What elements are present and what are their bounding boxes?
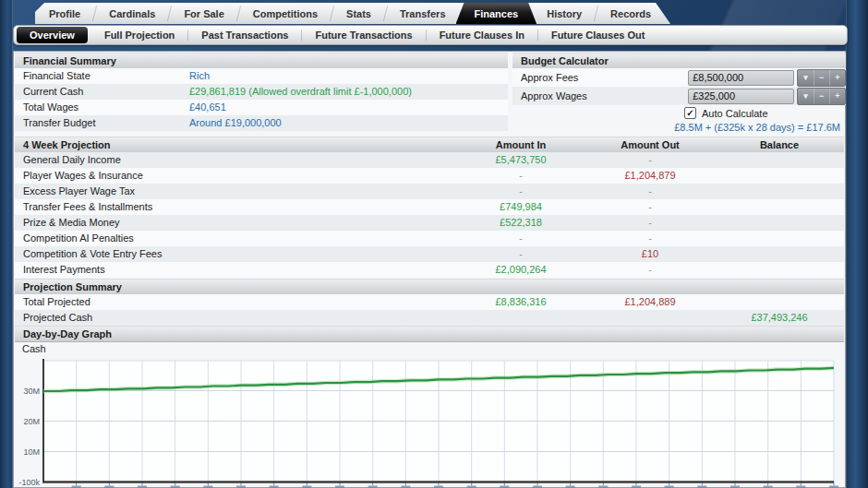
tab-finances[interactable]: Finances <box>456 3 537 24</box>
table-row[interactable]: Projected Cash £37,493,246 <box>15 310 844 326</box>
budget-formula: £8.5M + (£325k x 28 days) = £17.6M <box>512 121 840 135</box>
cell-in: £5,473,750 <box>456 152 585 168</box>
table-row[interactable]: Total Projected £8,836,316£1,204,889 <box>15 294 844 310</box>
table-row[interactable]: Transfer Fees & Installments £749,984- <box>15 199 844 215</box>
minus-icon[interactable]: − <box>814 89 829 104</box>
row-label: Total Wages <box>15 100 189 115</box>
cell-out <box>585 310 715 326</box>
cell-in: - <box>456 246 585 262</box>
dropdown-icon[interactable]: ▾ <box>798 70 813 86</box>
cell-label: Excess Player Wage Tax <box>15 184 456 199</box>
subtab-full-projection[interactable]: Full Projection <box>91 26 187 44</box>
cell-balance <box>715 231 844 246</box>
cell-label: Interest Payments <box>15 262 456 278</box>
cell-out: - <box>585 199 715 215</box>
cell-in: - <box>456 184 585 199</box>
row-value: £40,651 <box>189 100 508 115</box>
financial-summary-title: Financial Summary <box>15 54 508 68</box>
approx-fees-label: Approx Fees <box>512 72 688 83</box>
column-amount-in[interactable]: Amount In <box>456 137 585 152</box>
subtab-overview[interactable]: Overview <box>17 27 88 43</box>
cell-in: £522,318 <box>456 215 585 231</box>
plus-icon[interactable]: + <box>829 89 845 104</box>
table-row[interactable]: Prize & Media Money £522,318- <box>15 215 844 231</box>
cell-label: Prize & Media Money <box>15 215 456 231</box>
row-value: Rich <box>189 68 508 84</box>
projection-summary-header: Projection Summary <box>15 279 844 295</box>
cell-balance <box>715 294 844 310</box>
y-tick-label: 30M <box>23 387 40 396</box>
cell-out: - <box>585 262 715 278</box>
cell-balance <box>715 215 844 231</box>
cell-balance: £37,493,246 <box>715 310 844 326</box>
cell-label: General Daily Income <box>15 152 456 168</box>
financial-summary-row: Transfer Budget Around £19,000,000 <box>15 115 508 131</box>
y-tick-label: 20M <box>23 417 40 426</box>
cash-line-chart: 30M20M10M-100k <box>15 354 844 488</box>
window-left-border <box>0 0 13 488</box>
row-label: Current Cash <box>15 84 189 100</box>
cell-out: - <box>585 215 715 231</box>
tab-stats[interactable]: Stats <box>332 3 385 24</box>
cell-label: Player Wages & Insurance <box>15 168 456 184</box>
table-row[interactable]: Competition & Vote Entry Fees -£10 <box>15 246 844 262</box>
graph-header: Day-by-Day Graph <box>15 326 844 342</box>
tab-records[interactable]: Records <box>597 3 665 24</box>
cell-out: - <box>585 231 715 246</box>
subtab-past-transactions[interactable]: Past Transactions <box>188 26 301 44</box>
financial-summary-row: Financial State Rich <box>15 68 508 84</box>
y-tick-label: 10M <box>23 447 40 457</box>
cell-out: £10 <box>585 246 715 262</box>
approx-fees-spinner: ▾ − + <box>797 69 846 87</box>
column-amount-out[interactable]: Amount Out <box>585 137 715 152</box>
auto-calculate-row: ✓ Auto Calculate <box>684 106 846 120</box>
cell-balance <box>715 199 844 215</box>
tab-transfers[interactable]: Transfers <box>386 3 460 24</box>
cell-balance <box>715 184 844 199</box>
tab-cardinals[interactable]: Cardinals <box>95 3 169 24</box>
subtab-future-transactions[interactable]: Future Transactions <box>302 26 425 44</box>
approx-fees-row: Approx Fees £8,500,000 ▾ − + <box>512 68 846 87</box>
cell-in: £8,836,316 <box>456 294 585 310</box>
cell-label: Total Projected <box>15 294 456 310</box>
row-label: Transfer Budget <box>15 115 189 131</box>
dropdown-icon[interactable]: ▾ <box>798 89 813 104</box>
budget-calculator-title: Budget Calculator <box>512 54 846 68</box>
cell-balance <box>715 152 844 168</box>
cell-in: £2,090,264 <box>456 262 585 278</box>
auto-calculate-checkbox[interactable]: ✓ <box>684 107 696 119</box>
subtab-future-clauses-out[interactable]: Future Clauses Out <box>538 26 657 44</box>
subtab-future-clauses-in[interactable]: Future Clauses In <box>427 26 537 44</box>
cell-in: - <box>456 231 585 246</box>
tab-history[interactable]: History <box>533 3 596 24</box>
cell-in: - <box>456 168 585 184</box>
row-label: Financial State <box>15 68 189 84</box>
cell-out: £1,204,879 <box>585 168 715 184</box>
projection-title: 4 Week Projection <box>15 137 456 152</box>
table-row[interactable]: Excess Player Wage Tax -- <box>15 184 844 199</box>
column-balance[interactable]: Balance <box>715 137 844 152</box>
tab-for-sale[interactable]: For Sale <box>170 3 237 24</box>
plus-icon[interactable]: + <box>829 70 845 86</box>
tab-competitions[interactable]: Competitions <box>239 3 332 24</box>
approx-fees-input[interactable]: £8,500,000 <box>688 70 794 86</box>
approx-wages-spinner: ▾ − + <box>797 88 846 105</box>
approx-wages-label: Approx Wages <box>512 90 688 101</box>
table-row[interactable]: Player Wages & Insurance -£1,204,879 <box>15 168 844 184</box>
minus-icon[interactable]: − <box>814 70 829 86</box>
cell-in <box>456 310 585 326</box>
auto-calculate-label: Auto Calculate <box>702 108 768 119</box>
cell-balance <box>715 246 844 262</box>
cell-out: - <box>585 152 715 168</box>
financial-summary-row: Current Cash £29,861,819 (Allowed overdr… <box>15 84 508 100</box>
cell-balance <box>715 262 844 278</box>
table-row[interactable]: General Daily Income £5,473,750- <box>15 152 844 168</box>
table-row[interactable]: Interest Payments £2,090,264- <box>15 262 844 278</box>
tab-profile[interactable]: Profile <box>35 3 94 24</box>
cell-out: £1,204,889 <box>585 294 715 310</box>
table-row[interactable]: Competition AI Penalties -- <box>15 231 844 246</box>
financial-summary-header: Financial Summary <box>15 53 508 69</box>
finances-window: ProfileCardinalsFor SaleCompetitionsStat… <box>0 0 868 488</box>
approx-wages-input[interactable]: £325,000 <box>688 89 794 104</box>
cell-label: Transfer Fees & Installments <box>15 199 456 215</box>
